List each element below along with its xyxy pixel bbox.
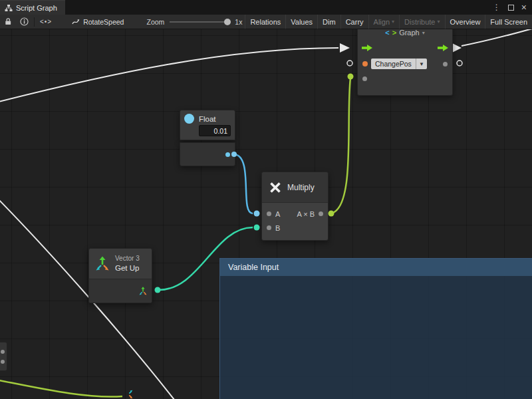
float-output-port[interactable] bbox=[225, 152, 230, 157]
port-row-b: B bbox=[262, 221, 328, 235]
graph-name-label: RotateSpeed bbox=[83, 18, 124, 26]
button-label: Overview bbox=[450, 18, 481, 26]
button-label: Distribute bbox=[404, 18, 435, 26]
button-label: Values bbox=[291, 18, 313, 26]
overview-button[interactable]: Overview bbox=[445, 15, 485, 29]
full-screen-button[interactable]: Full Screen bbox=[485, 15, 532, 29]
info-icon[interactable] bbox=[16, 15, 33, 29]
tab-bar: Script Graph ⋮ × bbox=[0, 0, 532, 15]
toolbar-buttons: Relations Values Dim Carry Align▾ Distri… bbox=[245, 15, 532, 29]
wire-dot-blue bbox=[254, 211, 260, 217]
value-output-port[interactable] bbox=[443, 62, 448, 66]
relations-button[interactable]: Relations bbox=[245, 15, 285, 29]
vector3-icon bbox=[94, 256, 110, 272]
float-node-header[interactable]: Float 0.01 bbox=[180, 110, 235, 140]
window-menu-icon[interactable]: ⋮ bbox=[493, 3, 501, 12]
script-graph-icon bbox=[5, 4, 13, 12]
node-multiply[interactable]: Multiply A A × B B bbox=[261, 172, 329, 241]
button-label: Full Screen bbox=[490, 18, 527, 26]
wire-green-bottom bbox=[0, 380, 122, 397]
chevron-down-icon: ▼ bbox=[416, 59, 427, 69]
wire-dot-teal bbox=[155, 287, 161, 293]
group-header[interactable]: Variable Input bbox=[220, 259, 532, 276]
graph-asset-icon bbox=[72, 18, 80, 26]
port-row-a: A A × B bbox=[262, 207, 328, 221]
unconnected-port-ring bbox=[457, 61, 462, 66]
value-input-port[interactable] bbox=[362, 61, 368, 66]
input-b-port[interactable] bbox=[267, 225, 271, 230]
zoom-slider[interactable] bbox=[170, 15, 231, 29]
flow-ports-row bbox=[358, 39, 452, 57]
flow-input-arrow-icon[interactable] bbox=[362, 45, 372, 51]
vector-node-type: Vector 3 bbox=[115, 255, 140, 263]
tab-title: Script Graph bbox=[16, 4, 57, 12]
node-clipped-left-edge[interactable] bbox=[0, 342, 7, 371]
wire-dot-green bbox=[348, 74, 354, 80]
variable-port-row: ChangePos ▼ bbox=[358, 57, 452, 71]
wire-white-exit bbox=[462, 29, 532, 46]
dim-button[interactable]: Dim bbox=[317, 15, 340, 29]
lock-icon[interactable] bbox=[0, 15, 16, 29]
graph-canvas[interactable]: Variable Input <> Graph ▾ bbox=[0, 29, 532, 399]
graph-icon: > bbox=[392, 29, 396, 37]
input-b-label: B bbox=[275, 224, 280, 232]
group-title: Variable Input bbox=[228, 263, 279, 272]
graph-node-title: Graph bbox=[399, 29, 420, 37]
extra-port-row bbox=[358, 71, 452, 86]
graph-toolbar: <•> RotateSpeed Zoom 1x Relations Values… bbox=[0, 15, 532, 29]
distribute-dropdown[interactable]: Distribute▾ bbox=[399, 15, 444, 29]
float-value-input[interactable]: 0.01 bbox=[199, 125, 231, 136]
zoom-value: 1x bbox=[235, 18, 242, 26]
edit-graph-icon[interactable]: <•> bbox=[36, 15, 56, 29]
port-dot[interactable] bbox=[1, 350, 5, 354]
graph-asset[interactable]: RotateSpeed bbox=[72, 18, 124, 26]
zoom-slider-track bbox=[170, 21, 231, 23]
port-dot[interactable] bbox=[1, 360, 5, 364]
close-icon[interactable]: × bbox=[521, 3, 527, 12]
unity-script-graph-window: Script Graph ⋮ × <•> bbox=[0, 0, 532, 399]
graph-node-header[interactable]: <> Graph ▾ bbox=[358, 29, 452, 39]
vector-node-title: Get Up bbox=[115, 263, 140, 273]
tab-script-graph[interactable]: Script Graph bbox=[0, 0, 65, 15]
vector-node-header[interactable]: Vector 3 Get Up bbox=[89, 249, 152, 279]
vector-node-ports bbox=[89, 279, 152, 303]
zoom-slider-handle[interactable] bbox=[224, 19, 231, 25]
window-controls: ⋮ × bbox=[493, 0, 532, 15]
values-button[interactable]: Values bbox=[285, 15, 317, 29]
wire-dot-green bbox=[329, 211, 334, 217]
vector3-output-port-icon[interactable] bbox=[138, 287, 148, 296]
button-label: Carry bbox=[346, 18, 364, 26]
float-node-ports bbox=[180, 142, 235, 166]
maximize-icon[interactable] bbox=[508, 5, 514, 11]
wire-end-vector-icon[interactable] bbox=[123, 389, 134, 399]
variable-select[interactable]: ChangePos ▼ bbox=[371, 59, 427, 69]
variable-select-value: ChangePos bbox=[371, 60, 416, 68]
node-float[interactable]: Float 0.01 bbox=[180, 110, 235, 166]
carry-button[interactable]: Carry bbox=[340, 15, 368, 29]
wire-white-main bbox=[0, 48, 338, 102]
chevron-down-icon: ▾ bbox=[422, 30, 425, 36]
multiply-node-ports: A A × B B bbox=[262, 202, 328, 240]
multiply-node-title: Multiply bbox=[287, 183, 315, 192]
wire-multiply-to-graph bbox=[331, 78, 350, 213]
output-label: A × B bbox=[297, 210, 315, 218]
unconnected-port-ring bbox=[347, 61, 352, 66]
output-port[interactable] bbox=[319, 211, 323, 216]
chevron-down-icon: ▾ bbox=[392, 19, 394, 25]
flow-output-arrow-icon[interactable] bbox=[438, 45, 448, 51]
wire-float-to-multiply bbox=[234, 154, 253, 213]
group-variable-input[interactable]: Variable Input bbox=[219, 258, 532, 399]
wire-arrow-out bbox=[452, 43, 462, 53]
multiply-node-header[interactable]: Multiply bbox=[262, 172, 328, 202]
node-vector3-get-up[interactable]: Vector 3 Get Up bbox=[88, 248, 152, 303]
input-a-port[interactable] bbox=[267, 211, 271, 216]
toolbar-divider bbox=[34, 17, 35, 27]
graph-icon: < bbox=[385, 29, 389, 37]
button-label: Dim bbox=[323, 18, 336, 26]
node-graph-unit[interactable]: <> Graph ▾ ChangePos ▼ bbox=[357, 29, 453, 96]
button-label: Relations bbox=[250, 18, 281, 26]
input-a-label: A bbox=[275, 210, 280, 218]
align-dropdown[interactable]: Align▾ bbox=[368, 15, 399, 29]
value-input-port[interactable] bbox=[362, 76, 367, 81]
float-type-icon bbox=[184, 114, 194, 124]
